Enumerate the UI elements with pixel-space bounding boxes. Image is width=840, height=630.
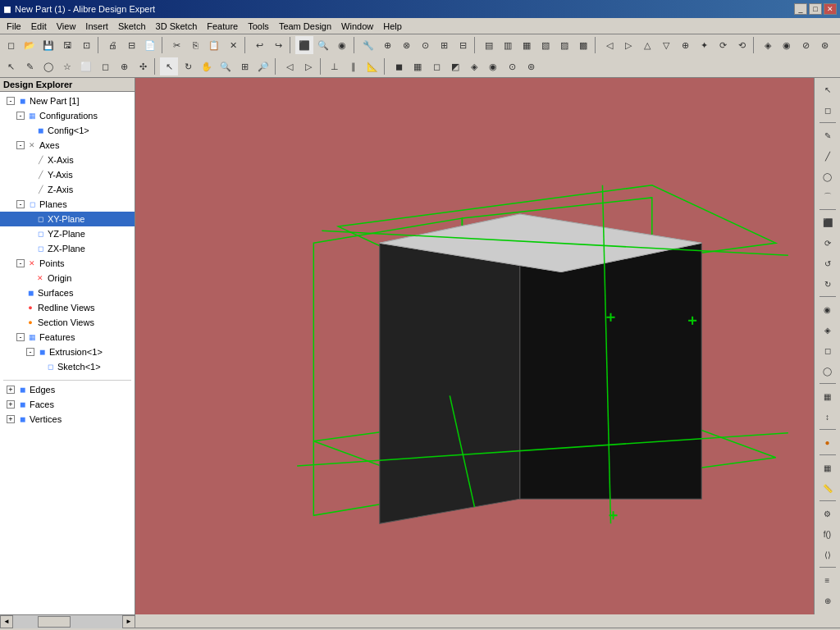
menu-3dsketch[interactable]: 3D Sketch	[151, 20, 203, 33]
rt-fillet-btn[interactable]: ◉	[818, 299, 838, 319]
rt-sweep-btn[interactable]: ↺	[818, 253, 838, 273]
tool-btn6[interactable]: ⊟	[454, 36, 472, 54]
rt-lines-btn[interactable]: ≡	[818, 570, 838, 590]
icon-extra1[interactable]: ◈	[759, 36, 777, 54]
new-button[interactable]: ◻	[2, 36, 20, 54]
pdf-button[interactable]: 📄	[141, 36, 159, 54]
sketch-btn5[interactable]: ⬜	[77, 57, 95, 75]
print-preview-button[interactable]: ⊟	[122, 36, 140, 54]
tree-item-xyplane[interactable]: ◻ XY-Plane	[0, 212, 135, 226]
icon-row1-a[interactable]: ▤	[480, 36, 498, 54]
expand-features[interactable]: -	[16, 333, 25, 341]
view-zoom-in[interactable]: 🔍	[217, 57, 235, 75]
icon-row1-m[interactable]: ⟳	[714, 36, 732, 54]
render-btn7[interactable]: ⊙	[503, 57, 521, 75]
menu-feature[interactable]: Feature	[202, 20, 243, 33]
copy-button[interactable]: ⎘	[186, 36, 204, 54]
scroll-right-btn[interactable]: ►	[122, 615, 135, 628]
tool-btn4[interactable]: ⊙	[416, 36, 434, 54]
rt-chamfer-btn[interactable]: ◈	[818, 320, 838, 340]
tool-btn5[interactable]: ⊞	[435, 36, 453, 54]
redo-button[interactable]: ↪	[269, 36, 287, 54]
icon-btn-4[interactable]: ⊡	[77, 36, 95, 54]
rt-loft-btn[interactable]: ↻	[818, 274, 838, 294]
maximize-button[interactable]: □	[809, 3, 822, 15]
icon-row1-g[interactable]: ◁	[600, 36, 619, 54]
view-btn2[interactable]: 🔍	[314, 36, 332, 54]
minimize-button[interactable]: _	[794, 3, 807, 15]
tree-item-axes[interactable]: - ✕ Axes	[0, 138, 135, 153]
view-rot[interactable]: ↻	[179, 57, 197, 75]
view-pan[interactable]: ✋	[198, 57, 216, 75]
tree-item-yaxis[interactable]: ╱ Y-Axis	[0, 167, 135, 182]
sketch-btn4[interactable]: ☆	[58, 57, 76, 75]
icon-extra4[interactable]: ⊛	[815, 36, 833, 54]
tree-item-points[interactable]: - ✕ Points	[0, 256, 135, 271]
cut-button[interactable]: ✂	[167, 36, 185, 54]
render-btn4[interactable]: ◩	[446, 57, 464, 75]
icon-row1-i[interactable]: △	[638, 36, 656, 54]
icon-row1-e[interactable]: ▨	[555, 36, 573, 54]
tree-item-zxplane[interactable]: ◻ ZX-Plane	[0, 241, 135, 256]
nav-back[interactable]: ◁	[281, 57, 299, 75]
icon-extra3[interactable]: ⊘	[797, 36, 815, 54]
expand-vertices[interactable]: +	[7, 415, 15, 423]
bottom-scrollbar[interactable]: ◄ ►	[0, 614, 135, 628]
icon-row1-b[interactable]: ▥	[499, 36, 517, 54]
rt-rect-btn[interactable]: ◻	[818, 100, 838, 120]
render-btn5[interactable]: ◈	[465, 57, 483, 75]
expand-axes[interactable]: -	[16, 141, 25, 149]
rt-line-btn[interactable]: ╱	[818, 146, 838, 166]
expand-planes[interactable]: -	[16, 200, 25, 208]
expand-extrusion1[interactable]: -	[26, 348, 34, 356]
tree-item-origin[interactable]: ✕ Origin	[0, 271, 135, 285]
rt-circle-btn[interactable]: ◯	[818, 167, 838, 186]
expand-newpart[interactable]: -	[7, 97, 15, 105]
tree-item-redlineviews[interactable]: ● Redline Views	[0, 300, 135, 315]
tree-item-zaxis[interactable]: ╱ Z-Axis	[0, 182, 135, 197]
measure-btn[interactable]: 📐	[363, 57, 381, 75]
icon-row1-l[interactable]: ✦	[695, 36, 713, 54]
sketch-btn2[interactable]: ✎	[21, 57, 39, 75]
icon-row1-h[interactable]: ▷	[619, 36, 637, 54]
constraint-btn1[interactable]: ⊥	[326, 57, 344, 75]
tree-item-edges[interactable]: + ◼ Edges	[0, 382, 135, 397]
rt-select-btn[interactable]: ↖	[818, 80, 838, 99]
icon-row1-n[interactable]: ⟲	[733, 36, 751, 54]
menu-window[interactable]: Window	[336, 20, 378, 33]
scroll-track[interactable]	[13, 615, 122, 628]
undo-button[interactable]: ↩	[250, 36, 268, 54]
menu-edit[interactable]: Edit	[26, 20, 52, 33]
expand-edges[interactable]: +	[7, 386, 15, 394]
tree-item-configurations[interactable]: - ▦ Configurations	[0, 108, 135, 123]
scroll-thumb[interactable]	[38, 616, 71, 628]
rt-boolean-btn[interactable]: ▦	[818, 386, 838, 406]
view-btn1[interactable]: ⬛	[295, 36, 313, 54]
save-all-button[interactable]: 🖫	[58, 36, 76, 54]
print-button[interactable]: 🖨	[103, 36, 121, 54]
tool-btn3[interactable]: ⊗	[397, 36, 415, 54]
icon-row1-c[interactable]: ▦	[518, 36, 536, 54]
menu-sketch[interactable]: Sketch	[113, 20, 151, 33]
rt-pencil-btn[interactable]: ✎	[818, 126, 838, 145]
expand-configurations[interactable]: -	[16, 112, 25, 120]
rt-shell-btn[interactable]: ◻	[818, 340, 838, 360]
open-button[interactable]: 📂	[21, 36, 39, 54]
icon-row1-k[interactable]: ⊕	[676, 36, 694, 54]
menu-insert[interactable]: Insert	[80, 20, 113, 33]
expand-points[interactable]: -	[16, 259, 25, 267]
tool-btn2[interactable]: ⊕	[378, 36, 396, 54]
icon-extra5[interactable]: ⊜	[834, 36, 840, 54]
sketch-btn1[interactable]: ↖	[2, 57, 20, 75]
paste-button[interactable]: 📋	[205, 36, 223, 54]
tree-item-surfaces[interactable]: ◼ Surfaces	[0, 285, 135, 300]
tree-item-sketch1[interactable]: ◻ Sketch<1>	[0, 359, 135, 374]
icon-row1-d[interactable]: ▧	[536, 36, 555, 54]
menu-help[interactable]: Help	[378, 20, 407, 33]
tree-item-config1[interactable]: ◼ Config<1>	[0, 123, 135, 138]
rt-dot-btn[interactable]: ●	[818, 432, 838, 452]
view-select[interactable]: ↖	[160, 57, 178, 75]
menu-file[interactable]: File	[2, 20, 26, 33]
tree-item-planes[interactable]: - ◻ Planes	[0, 197, 135, 212]
rt-draft-btn[interactable]: ◯	[818, 361, 838, 381]
